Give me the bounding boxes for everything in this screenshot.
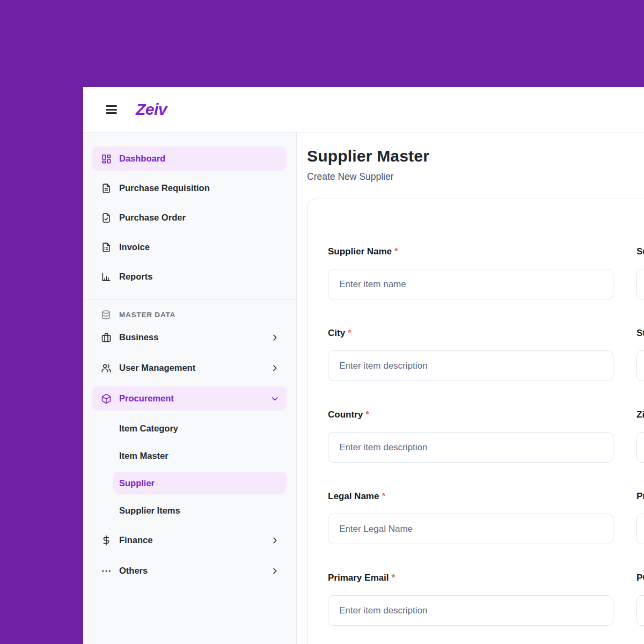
country-input[interactable] xyxy=(328,432,613,463)
required-asterisk: * xyxy=(394,246,398,257)
sidebar-item-label: Supplier xyxy=(119,478,155,488)
field-right-4: Pr xyxy=(636,491,644,544)
bar-chart-icon xyxy=(101,272,112,282)
field-label: Pr xyxy=(636,491,644,502)
field-label: Legal Name xyxy=(328,491,379,502)
field-primary-email: Primary Email * xyxy=(328,572,613,626)
required-asterisk: * xyxy=(391,573,395,583)
right-field-4-input[interactable] xyxy=(636,514,644,544)
app-window: Zeiv Dashboard Purchase Requisition Pu xyxy=(83,87,644,644)
sidebar-item-label: Procurement xyxy=(119,393,270,404)
chevron-down-icon xyxy=(270,394,279,403)
field-label: Primary Email xyxy=(328,573,389,583)
sidebar-item-label: User Management xyxy=(119,363,270,373)
database-icon xyxy=(101,310,111,320)
field-label: Supplier Name xyxy=(328,246,392,257)
sidebar-item-label: Finance xyxy=(119,535,270,545)
page-subtitle: Create New Supplier xyxy=(307,171,644,182)
field-label: PO xyxy=(636,573,644,583)
sidebar-item-label: Others xyxy=(119,566,270,576)
sidebar-item-procurement[interactable]: Procurement xyxy=(92,386,287,411)
sidebar-item-invoice[interactable]: Invoice xyxy=(92,235,287,259)
required-asterisk: * xyxy=(348,328,352,339)
sidebar-item-others[interactable]: Others xyxy=(92,559,287,583)
field-label: Zi xyxy=(636,409,644,420)
supplier-name-input[interactable] xyxy=(328,269,613,299)
supplier-form: Supplier Name * City * xyxy=(328,246,644,644)
dollar-icon xyxy=(101,535,112,546)
field-right-3: Zi xyxy=(636,409,644,463)
sidebar-item-item-master[interactable]: Item Master xyxy=(113,444,287,467)
chevron-right-icon xyxy=(270,364,279,372)
sidebar: Dashboard Purchase Requisition Purchase … xyxy=(83,133,297,644)
sidebar-item-label: Item Category xyxy=(119,423,178,434)
primary-email-input[interactable] xyxy=(328,595,613,626)
procurement-submenu: Item Category Item Master Supplier Suppl… xyxy=(92,417,287,522)
sidebar-item-label: Purchase Order xyxy=(119,213,279,223)
right-field-1-input[interactable] xyxy=(636,269,644,299)
ellipsis-icon xyxy=(101,566,112,576)
supplier-form-card: Supplier Name * City * xyxy=(307,199,644,644)
sidebar-item-reports[interactable]: Reports xyxy=(92,265,287,289)
dashboard-icon xyxy=(101,153,112,164)
chevron-right-icon xyxy=(270,567,279,575)
field-right-5: PO xyxy=(636,572,644,626)
sidebar-item-label: Dashboard xyxy=(119,153,279,164)
sidebar-item-label: Item Master xyxy=(119,451,169,461)
sidebar-divider xyxy=(83,299,296,299)
document-check-icon xyxy=(101,213,112,223)
field-legal-name: Legal Name * xyxy=(328,491,613,544)
field-right-1: Su xyxy=(636,246,644,299)
sidebar-item-business[interactable]: Business xyxy=(92,325,287,349)
right-field-5-input[interactable] xyxy=(636,595,644,626)
sidebar-item-finance[interactable]: Finance xyxy=(92,528,287,552)
sidebar-item-label: Purchase Requisition xyxy=(119,183,279,193)
briefcase-icon xyxy=(101,332,112,343)
required-asterisk: * xyxy=(365,409,369,420)
field-label: Country xyxy=(328,409,363,420)
sidebar-item-purchase-requisition[interactable]: Purchase Requisition xyxy=(92,176,287,200)
top-bar: Zeiv xyxy=(83,87,644,133)
field-country: Country * xyxy=(328,409,613,463)
field-city: City * xyxy=(328,327,613,381)
page-title: Supplier Master xyxy=(307,147,644,165)
right-field-3-input[interactable] xyxy=(636,432,644,463)
document-lines-icon xyxy=(101,183,112,194)
sidebar-section-master-data: MASTER DATA xyxy=(92,304,287,325)
field-label: Su xyxy=(636,246,644,257)
sidebar-item-dashboard[interactable]: Dashboard xyxy=(92,147,287,171)
city-input[interactable] xyxy=(328,350,613,381)
right-field-2-input[interactable] xyxy=(636,350,644,381)
field-supplier-name: Supplier Name * xyxy=(328,246,613,299)
sidebar-item-label: Invoice xyxy=(119,242,279,252)
field-right-2: St xyxy=(636,327,644,381)
package-icon xyxy=(101,393,112,404)
required-asterisk: * xyxy=(382,491,385,502)
sidebar-item-supplier[interactable]: Supplier xyxy=(113,472,287,494)
sidebar-item-item-category[interactable]: Item Category xyxy=(113,417,287,440)
field-label: City xyxy=(328,328,345,339)
sidebar-item-label: Reports xyxy=(119,272,279,282)
sidebar-section-label: MASTER DATA xyxy=(119,311,175,319)
hamburger-menu-icon[interactable] xyxy=(106,105,117,114)
legal-name-input[interactable] xyxy=(328,514,613,544)
chevron-right-icon xyxy=(270,333,279,342)
chevron-right-icon xyxy=(270,536,279,545)
document-detail-icon xyxy=(101,242,112,253)
app-logo: Zeiv xyxy=(136,100,167,119)
sidebar-item-label: Business xyxy=(119,332,270,342)
sidebar-item-supplier-items[interactable]: Supplier Items xyxy=(113,499,287,522)
sidebar-item-label: Supplier Items xyxy=(119,506,180,516)
field-label: St xyxy=(636,328,644,339)
users-icon xyxy=(101,363,112,374)
sidebar-item-user-management[interactable]: User Management xyxy=(92,356,287,380)
sidebar-item-purchase-order[interactable]: Purchase Order xyxy=(92,206,287,230)
main-content: Supplier Master Create New Supplier Supp… xyxy=(297,133,644,644)
